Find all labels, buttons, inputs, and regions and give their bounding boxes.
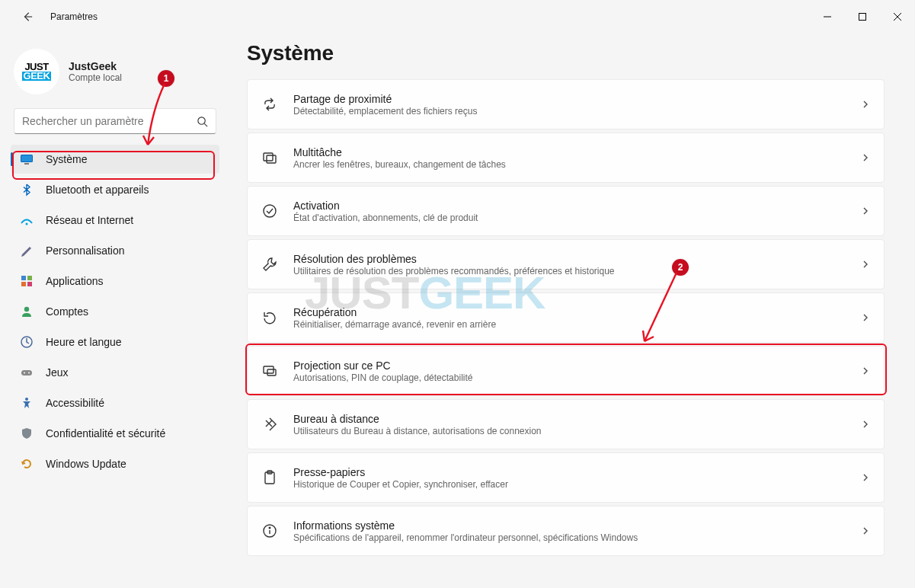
svg-rect-8	[21, 155, 32, 161]
chevron-right-icon	[861, 100, 870, 109]
card-subtitle: Ancrer les fenêtres, bureaux, changement…	[293, 159, 846, 170]
svg-point-10	[26, 223, 28, 225]
close-button[interactable]	[880, 0, 915, 34]
personalize-icon	[20, 244, 34, 257]
sidebar-item-system[interactable]: Système	[11, 145, 219, 174]
sidebar-item-label: Applications	[46, 275, 104, 287]
card-activation[interactable]: Activation État d'activation, abonnement…	[247, 186, 885, 236]
search-icon	[197, 116, 208, 127]
card-title: Presse-papiers	[293, 466, 846, 478]
apps-icon	[20, 274, 34, 288]
chevron-right-icon	[861, 473, 870, 482]
recovery-icon	[261, 309, 278, 326]
back-button[interactable]	[15, 5, 40, 29]
sidebar-item-network[interactable]: Réseau et Internet	[11, 206, 219, 235]
card-remote-desktop[interactable]: Bureau à distance Utilisateurs du Bureau…	[247, 399, 885, 449]
card-clipboard[interactable]: Presse-papiers Historique de Couper et C…	[247, 452, 885, 503]
card-subtitle: Historique de Couper et Copier, synchron…	[293, 479, 846, 490]
card-title: Partage de proximité	[293, 93, 846, 105]
account-type: Compte local	[69, 72, 122, 83]
sidebar-item-label: Heure et langue	[46, 336, 122, 348]
card-title: Informations système	[293, 519, 846, 532]
projection-icon	[261, 363, 278, 379]
clipboard-icon	[261, 469, 278, 486]
card-projecting[interactable]: Projection sur ce PC Autorisations, PIN …	[247, 346, 885, 396]
system-icon	[20, 152, 34, 166]
account-name: JustGeek	[69, 60, 122, 72]
card-subtitle: Spécifications de l'appareil, renommer l…	[293, 532, 846, 543]
sidebar-item-label: Réseau et Internet	[46, 214, 133, 226]
activation-icon	[261, 203, 278, 219]
card-recovery[interactable]: Récupération Réinitialiser, démarrage av…	[247, 292, 885, 343]
svg-rect-17	[21, 370, 32, 375]
accounts-icon	[20, 305, 34, 318]
content-area: Système Partage de proximité Détectabili…	[229, 34, 915, 588]
multitask-icon	[261, 149, 278, 166]
sidebar-item-label: Personnalisation	[46, 244, 125, 257]
chevron-right-icon	[861, 206, 870, 216]
card-title: Bureau à distance	[293, 413, 846, 425]
card-subtitle: Utilitaires de résolution des problèmes …	[293, 266, 846, 276]
card-title: Projection sur ce PC	[293, 360, 846, 372]
svg-rect-12	[27, 276, 32, 280]
sidebar-item-label: Confidentialité et sécurité	[46, 427, 165, 439]
time-language-icon	[20, 335, 34, 349]
sidebar-item-label: Accessibilité	[46, 397, 104, 409]
svg-point-19	[28, 372, 30, 374]
card-nearby-sharing[interactable]: Partage de proximité Détectabilité, empl…	[247, 79, 885, 129]
search-input[interactable]	[22, 115, 197, 127]
sidebar-item-privacy[interactable]: Confidentialité et sécurité	[11, 419, 219, 448]
window-title: Paramètres	[50, 11, 98, 22]
sidebar-item-accounts[interactable]: Comptes	[11, 297, 219, 326]
sidebar-item-bluetooth[interactable]: Bluetooth et appareils	[11, 175, 219, 204]
settings-list: Partage de proximité Détectabilité, empl…	[247, 79, 885, 556]
chevron-right-icon	[861, 313, 870, 322]
sidebar-item-label: Windows Update	[46, 458, 126, 470]
sidebar-item-label: Jeux	[46, 366, 69, 379]
svg-rect-11	[21, 276, 26, 280]
remote-icon	[261, 416, 278, 433]
maximize-button[interactable]	[845, 0, 880, 34]
sidebar-item-gaming[interactable]: Jeux	[11, 358, 219, 387]
svg-rect-9	[24, 163, 29, 165]
sidebar-item-time-language[interactable]: Heure et langue	[11, 328, 219, 356]
svg-point-5	[198, 117, 205, 123]
search-box[interactable]	[14, 108, 216, 134]
svg-line-6	[204, 123, 207, 126]
sidebar-item-personalization[interactable]: Personnalisation	[11, 236, 219, 265]
chevron-right-icon	[861, 153, 870, 162]
accessibility-icon	[20, 396, 34, 410]
bluetooth-icon	[20, 183, 34, 197]
gaming-icon	[20, 366, 34, 379]
sidebar-item-accessibility[interactable]: Accessibilité	[11, 388, 219, 417]
minimize-button[interactable]	[810, 0, 845, 34]
svg-rect-22	[267, 155, 276, 163]
svg-rect-2	[859, 14, 866, 21]
svg-rect-21	[264, 153, 273, 161]
card-about[interactable]: Informations système Spécifications de l…	[247, 506, 885, 556]
card-troubleshoot[interactable]: Résolution des problèmes Utilitaires de …	[247, 239, 885, 289]
card-subtitle: Détectabilité, emplacement des fichiers …	[293, 106, 846, 117]
card-multitasking[interactable]: Multitâche Ancrer les fenêtres, bureaux,…	[247, 133, 885, 183]
sidebar-item-update[interactable]: Windows Update	[11, 449, 219, 478]
svg-point-30	[269, 527, 270, 529]
svg-point-20	[25, 398, 28, 401]
privacy-icon	[20, 427, 34, 440]
svg-point-15	[24, 307, 29, 312]
account-block[interactable]: JUST GEEK JustGeek Compte local	[11, 44, 219, 105]
update-icon	[20, 457, 34, 471]
arrow-left-icon	[22, 11, 33, 22]
nav-list: Système Bluetooth et appareils Réseau et…	[11, 145, 219, 478]
title-bar: Paramètres	[0, 0, 915, 34]
close-icon	[894, 13, 901, 21]
card-title: Résolution des problèmes	[293, 253, 846, 265]
page-title: Système	[247, 41, 885, 66]
troubleshoot-icon	[261, 256, 278, 273]
svg-rect-14	[27, 282, 32, 286]
info-icon	[261, 522, 278, 539]
sidebar-item-apps[interactable]: Applications	[11, 267, 219, 296]
network-icon	[20, 213, 34, 227]
avatar: JUST GEEK	[14, 49, 59, 94]
svg-point-18	[24, 372, 25, 374]
maximize-icon	[859, 13, 866, 21]
